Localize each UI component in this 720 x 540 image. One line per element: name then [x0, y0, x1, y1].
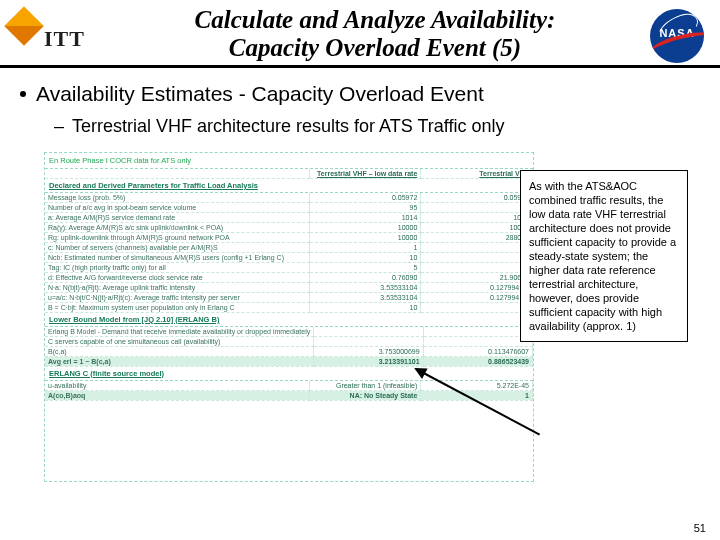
bullet-main-text: Availability Estimates - Capacity Overlo…: [36, 82, 484, 106]
itt-logo-text: ITT: [44, 26, 85, 52]
results-table-screenshot: En Route Phase I COCR data for ATS only …: [44, 152, 534, 482]
table-row: a: Average A/M(R)S service demand rate10…: [45, 212, 533, 222]
nasa-logo: NASA: [650, 9, 710, 59]
bullet-sub-text: Terrestrial VHF architecture results for…: [72, 116, 504, 138]
slide-header: ITT Calculate and Analyze Availability: …: [0, 0, 720, 68]
table-row: Rg: uplink-downlink through A/M(R)S grou…: [45, 232, 533, 242]
table-row: C servers capable of one simultaneous ca…: [45, 336, 533, 346]
bullet-level-2: – Terrestrial VHF architecture results f…: [20, 116, 700, 138]
section-a-heading: Declared and Derived Parameters for Traf…: [45, 179, 533, 193]
table-row: Message loss (prob. 5%)0.059720.05972: [45, 193, 533, 203]
slide-body: Availability Estimates - Capacity Overlo…: [0, 68, 720, 492]
bullet-level-1: Availability Estimates - Capacity Overlo…: [20, 82, 700, 106]
table-row: c: Number of servers (channels) availabl…: [45, 242, 533, 252]
title-line-1: Calculate and Analyze Availability:: [195, 6, 556, 33]
col-header-1: Terrestrial VHF – low data rate: [317, 170, 417, 177]
table-caption: En Route Phase I COCR data for ATS only: [45, 153, 533, 169]
callout-text: As with the ATS&AOC combined traffic res…: [529, 180, 676, 333]
section-b-rows: Erlang B Model - Demand that receive imm…: [45, 327, 533, 367]
results-table: Terrestrial VHF – low data rate Terrestr…: [45, 169, 533, 179]
table-row: u-availabilityGreater than 1 (infeasible…: [45, 381, 533, 391]
section-a-rows: Message loss (prob. 5%)0.059720.05972Num…: [45, 193, 533, 313]
table-row: Number of a/c avg in spot-beam service v…: [45, 202, 533, 212]
table-row: u=a/c: N·bjt/C·N(jt)·a/Rjt(c): Average t…: [45, 292, 533, 302]
table-row: B(c,a)3.7530006990.113476607: [45, 346, 533, 356]
table-row: Tag: IC (high priority traffic only) for…: [45, 262, 533, 272]
table-row: d: Effective A/G forward/reverse clock s…: [45, 272, 533, 282]
table-row: Erlang B Model - Demand that receive imm…: [45, 327, 533, 337]
table-row: Ncb: Estimated number of simultaneous A/…: [45, 252, 533, 262]
section-c-heading: ERLANG C (finite source model): [45, 367, 533, 381]
itt-mark-icon: [4, 6, 44, 46]
table-row: N·a: N(bjt)·a(Rjt): Average uplink traff…: [45, 282, 533, 292]
table-row: Ra(γ): Average A/M(R)S a/c sink uplink/d…: [45, 222, 533, 232]
page-number: 51: [694, 522, 706, 534]
table-row: Avg erl = 1 − B(c,a)3.2133911010.8865234…: [45, 356, 533, 366]
table-row: B = C·bjt: Maximum system user populatio…: [45, 302, 533, 312]
section-b-heading: Lower Bound Model from [JQ 2.10] (ERLANG…: [45, 313, 533, 327]
figure-area: En Route Phase I COCR data for ATS only …: [44, 152, 688, 492]
title-line-2: Capacity Overload Event (5): [229, 34, 521, 61]
callout-box: As with the ATS&AOC combined traffic res…: [520, 170, 688, 343]
bullet-dot-icon: [20, 91, 26, 97]
itt-logo: ITT: [10, 12, 100, 56]
slide-title: Calculate and Analyze Availability: Capa…: [100, 6, 650, 61]
table-column-headers: Terrestrial VHF – low data rate Terrestr…: [45, 169, 533, 179]
nasa-meatball-icon: NASA: [650, 9, 704, 63]
bullet-dash-icon: –: [54, 116, 64, 138]
